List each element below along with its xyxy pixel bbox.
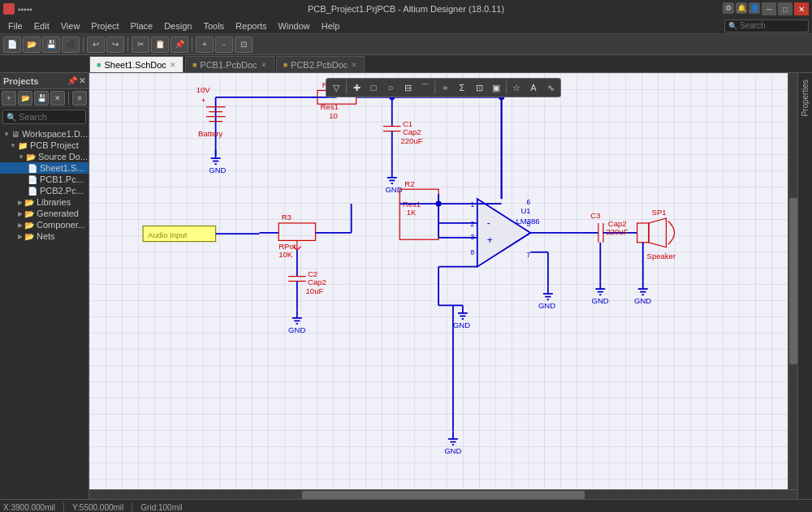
tb-paste[interactable]: 📌 (171, 37, 188, 53)
tab-pcb2[interactable]: ■ PCB2.PcbDoc ✕ (276, 56, 365, 72)
tb-sep2 (127, 37, 128, 52)
sch-add-line[interactable]: ⊟ (400, 80, 416, 95)
tb-new[interactable]: 📄 (3, 37, 21, 53)
tb-save-all[interactable]: ⬛ (62, 37, 80, 53)
tree-source[interactable]: ▼ 📂 Source Do... (0, 151, 89, 162)
tb-undo[interactable]: ↩ (87, 37, 105, 53)
tree-sheet1[interactable]: 📄 Sheet1.S... (0, 162, 89, 174)
panel-close-btn[interactable]: ✕ (79, 76, 85, 85)
tree-nets[interactable]: ▶ 📂 Nets (0, 230, 89, 242)
svg-text:10uF: 10uF (306, 286, 324, 295)
menu-project[interactable]: Project (86, 19, 123, 32)
tb-open[interactable]: 📂 (23, 37, 41, 53)
pt-expand[interactable]: ≡ (72, 91, 87, 105)
tab-sheet1-close[interactable]: ✕ (170, 61, 176, 69)
tree-pcb2[interactable]: 📄 PCB2.Pc... (0, 185, 89, 196)
pt-save[interactable]: 💾 (34, 91, 49, 105)
vertical-scrollbar[interactable] (788, 73, 797, 489)
components-label: Componer... (37, 220, 85, 230)
pt-new[interactable]: + (2, 91, 16, 105)
pcb1-label: PCB1.Pc... (40, 174, 84, 184)
menu-tools[interactable]: Tools (198, 19, 229, 32)
sch-add-rect[interactable]: □ (365, 80, 382, 95)
menu-edit[interactable]: Edit (29, 19, 54, 32)
global-search[interactable] (740, 21, 805, 30)
svg-text:220uF: 220uF (401, 136, 423, 145)
tb-sep1 (83, 37, 84, 52)
sch-bus[interactable]: ≈ (437, 80, 453, 95)
tb-save[interactable]: 💾 (42, 37, 60, 53)
tree-components[interactable]: ▶ 📂 Componer... (0, 219, 89, 230)
source-icon: 📂 (26, 153, 36, 161)
sch-probe[interactable]: ∿ (542, 80, 559, 95)
projects-panel: Projects 📌 ✕ + 📂 💾 ✕ ≡ 🔍 ▼ 🖥 Workspace1.… (0, 73, 89, 499)
pt-close[interactable]: ✕ (50, 91, 65, 105)
tb-zoom-fit[interactable]: ⊡ (235, 37, 253, 53)
notif-icon[interactable]: 🔔 (736, 2, 747, 14)
tb-zoom-out[interactable]: - (215, 37, 233, 53)
tree-pcb1[interactable]: 📄 PCB1.Pc... (0, 174, 89, 185)
maximize-button[interactable]: □ (778, 2, 793, 15)
tb-zoom-in[interactable]: + (196, 37, 214, 53)
sch-sep1 (346, 81, 347, 94)
schematic-canvas[interactable]: ▽ ✚ □ ○ ⊟ ⌒ ≈ Σ ⊡ ▣ ☆ A ∿ .wire { stroke… (89, 73, 797, 499)
title-left: ▪▪▪▪▪ (3, 3, 32, 15)
tab-pcb1-close[interactable]: ✕ (261, 61, 267, 69)
tb-copy[interactable]: 📋 (151, 37, 169, 53)
pt-open[interactable]: 📂 (18, 91, 32, 105)
window-controls: ⚙ 🔔 👤 ─ □ ✕ (723, 2, 809, 15)
properties-label[interactable]: Properties (801, 76, 810, 120)
vertical-scrollbar-thumb[interactable] (789, 198, 797, 364)
tab-pcb2-close[interactable]: ✕ (351, 61, 357, 69)
panel-pin-btn[interactable]: 📌 (67, 76, 77, 85)
tree-workspace[interactable]: ▼ 🖥 Workspace1.D... (0, 128, 89, 140)
tree-libraries[interactable]: ▶ 📂 Libraries (0, 196, 89, 208)
sch-text[interactable]: A (525, 80, 542, 95)
horizontal-scrollbar[interactable] (89, 489, 797, 499)
svg-text:Speaker: Speaker (647, 252, 676, 260)
tb-cut[interactable]: ✂ (132, 37, 149, 53)
tree-generated[interactable]: ▶ 📂 Generated (0, 208, 89, 219)
project-tree: ▼ 🖥 Workspace1.D... ▼ 📁 PCB Project ▼ 📂 … (0, 127, 89, 499)
menu-help[interactable]: Help (317, 19, 345, 32)
sch-comp[interactable]: ☆ (508, 80, 525, 95)
horizontal-scrollbar-thumb[interactable] (302, 491, 585, 499)
menu-design[interactable]: Design (159, 19, 197, 32)
sch-add-wire[interactable]: ✚ (348, 80, 365, 95)
pt-sep (68, 92, 69, 105)
sch-power[interactable]: Σ (454, 80, 470, 95)
sch-add-circle[interactable]: ○ (382, 80, 399, 95)
components-icon: 📂 (24, 221, 34, 230)
panel-header-btns: 📌 ✕ (67, 76, 85, 85)
panel-search-box[interactable]: 🔍 (2, 110, 86, 124)
svg-text:Cap2: Cap2 (308, 278, 326, 286)
tab-pcb1[interactable]: ■ PCB1.PcbDoc ✕ (185, 56, 274, 72)
settings-icon[interactable]: ⚙ (723, 2, 734, 14)
tab-pcb2-label: PCB2.PcbDoc (291, 60, 348, 70)
sch-port[interactable]: ▣ (488, 80, 504, 95)
panel-search-input[interactable] (19, 112, 76, 122)
menu-file[interactable]: File (3, 19, 28, 32)
sch-filter[interactable]: ▽ (328, 80, 344, 95)
nets-icon: 📂 (24, 232, 34, 241)
tri-workspace: ▼ (3, 131, 10, 138)
svg-text:GND: GND (288, 325, 305, 334)
svg-text:5: 5 (527, 220, 531, 228)
status-sep2 (132, 502, 132, 513)
tab-sheet1[interactable]: ■ Sheet1.SchDoc ✕ (89, 56, 184, 72)
menu-window[interactable]: Window (274, 19, 315, 32)
menu-view[interactable]: View (56, 19, 85, 32)
sch-net[interactable]: ⊡ (471, 80, 487, 95)
app-title: PCB_Project1.PrjPCB - Altium Designer (1… (308, 4, 504, 14)
menu-place[interactable]: Place (126, 19, 158, 32)
minimize-button[interactable]: ─ (762, 2, 776, 15)
tree-project[interactable]: ▼ 📁 PCB Project (0, 140, 89, 151)
user-icon[interactable]: 👤 (749, 2, 760, 14)
close-button[interactable]: ✕ (794, 2, 809, 15)
menu-reports[interactable]: Reports (231, 19, 272, 32)
svg-text:+: + (487, 234, 493, 246)
svg-marker-113 (649, 218, 666, 247)
svg-text:GND: GND (538, 301, 555, 310)
sch-add-curve[interactable]: ⌒ (417, 80, 433, 95)
tb-redo[interactable]: ↪ (106, 37, 124, 53)
